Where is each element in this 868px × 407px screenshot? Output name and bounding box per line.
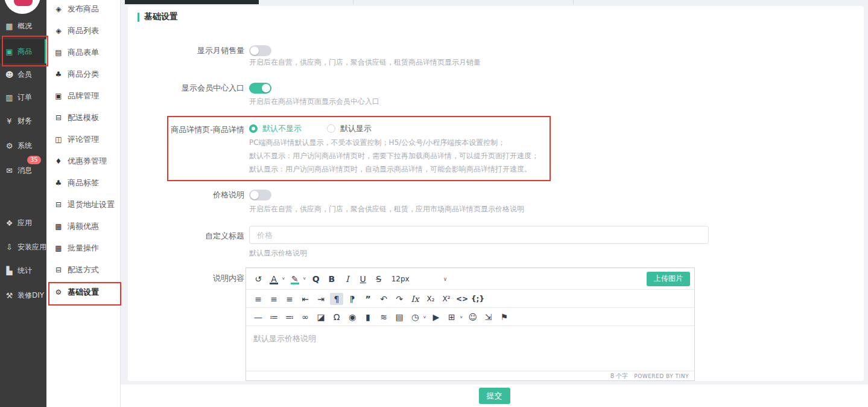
editor-body[interactable]: 默认显示价格说明 bbox=[246, 326, 694, 371]
sidebar-item-orders[interactable]: ▥ 订单 bbox=[0, 85, 46, 109]
top-tab-segment bbox=[125, 0, 259, 4]
flag-icon[interactable]: ⚑ bbox=[498, 311, 511, 323]
submenu-item-goods-category[interactable]: ♣ 商品分类 bbox=[46, 63, 120, 85]
radio-default-show-label[interactable]: 默认显示 bbox=[340, 123, 372, 134]
submenu-item-comment-management[interactable]: ◫ 评论管理 bbox=[46, 129, 120, 150]
code-sample-icon[interactable]: {;} bbox=[471, 293, 484, 305]
radio-default-hide[interactable] bbox=[249, 124, 258, 133]
monthly-sales-help: 开启后在自营，供应商，门店，聚合供应链，租赁商品详情页显示月销量 bbox=[249, 57, 481, 67]
radio-default-hide-label[interactable]: 默认不显示 bbox=[262, 123, 302, 134]
system-gear-icon: ⚙ bbox=[5, 141, 14, 150]
price-desc-toggle[interactable] bbox=[249, 190, 271, 200]
editor-toolbar-row1: ↺ A ∨ ✎ ∨ Q B I U S 12px ∨ 上传图片 bbox=[246, 268, 694, 290]
align-right-icon[interactable]: ≡ bbox=[283, 293, 296, 305]
sidebar-item-system[interactable]: ⚙ 系统 bbox=[0, 133, 46, 158]
sidebar-item-install-apps[interactable]: ⇩ 安装应用 bbox=[0, 235, 46, 259]
ltr-paragraph-icon[interactable]: ¶ bbox=[330, 293, 343, 305]
anchor-bookmark-icon[interactable]: ▮ bbox=[361, 311, 375, 323]
submenu-item-full-discount[interactable]: ▩ 满额优惠 bbox=[46, 216, 120, 237]
page-break-icon[interactable]: ≋ bbox=[377, 311, 390, 323]
upload-image-button[interactable]: 上传图片 bbox=[647, 272, 690, 286]
fullscreen-icon[interactable]: ⇲ bbox=[482, 311, 495, 323]
submenu-item-coupon-management[interactable]: ♦ 优惠券管理 bbox=[46, 150, 120, 172]
clear-format-icon[interactable]: Ix bbox=[408, 293, 422, 305]
tab-separator bbox=[353, 0, 353, 4]
member-center-label: 显示会员中心入口 bbox=[124, 83, 244, 94]
custom-title-input[interactable] bbox=[249, 226, 709, 244]
italic-icon[interactable]: I bbox=[341, 273, 354, 285]
chevron-down-icon[interactable]: ∨ bbox=[303, 277, 306, 281]
goods-detail-help-line3: 默认显示：用户访问商品详情页时，自动显示商品详情，可能会影响商品详情打开速度。 bbox=[249, 164, 531, 174]
app-root: ▦ 概况 ▣ 商品 ☻ 会员 ▥ 订单 ¥ 财务 ⚙ 系统 ✉ 消息 35 ❖ bbox=[0, 0, 868, 407]
radio-default-show[interactable] bbox=[327, 124, 335, 133]
emoticon-icon[interactable]: ☺ bbox=[466, 311, 480, 323]
sidebar-item-members[interactable]: ☻ 会员 bbox=[0, 62, 46, 86]
print-icon[interactable]: ▤ bbox=[393, 311, 406, 323]
font-size-select[interactable]: 12px bbox=[391, 275, 410, 283]
numbered-list-icon[interactable]: ≕ bbox=[283, 311, 296, 323]
submenu-item-delivery-method[interactable]: ⊟ 配送方式 bbox=[46, 259, 120, 281]
sidebar-item-label: 系统 bbox=[17, 141, 32, 151]
special-char-icon[interactable]: Ω bbox=[330, 311, 343, 323]
sidebar-item-decorate-diy[interactable]: ⚒ 装修DIY bbox=[0, 283, 46, 307]
media-play-icon[interactable]: ▶ bbox=[429, 311, 443, 323]
strikethrough-icon[interactable]: S bbox=[372, 273, 385, 285]
redo-icon[interactable]: ↷ bbox=[393, 293, 406, 305]
sidebar-item-statistics[interactable]: ▙ 统计 bbox=[0, 258, 46, 283]
submenu-item-label: 商品分类 bbox=[68, 69, 99, 80]
submenu-item-basic-settings[interactable]: ⚙ 基础设置 bbox=[46, 281, 120, 303]
submenu-item-goods-tags[interactable]: ♣ 商品标签 bbox=[46, 172, 120, 194]
search-icon[interactable]: Q bbox=[309, 273, 323, 285]
superscript-icon[interactable]: X² bbox=[440, 293, 453, 305]
text-color-icon[interactable]: A bbox=[267, 273, 280, 285]
bold-icon[interactable]: B bbox=[325, 273, 338, 285]
goods-list-icon: ◈ bbox=[54, 27, 63, 35]
chevron-down-icon[interactable]: ∨ bbox=[460, 315, 463, 319]
submit-button[interactable]: 提交 bbox=[479, 388, 510, 404]
sidebar-item-goods[interactable]: ▣ 商品 bbox=[0, 39, 46, 63]
apps-icon: ❖ bbox=[5, 219, 14, 228]
submenu-item-return-address[interactable]: ⊟ 退货地址设置 bbox=[46, 194, 120, 216]
submenu-item-goods-form[interactable]: ▤ 商品表单 bbox=[46, 42, 120, 63]
preview-eye-icon[interactable]: ◉ bbox=[346, 311, 359, 323]
submenu-item-brand-management[interactable]: ▣ 品牌管理 bbox=[46, 85, 120, 107]
member-center-toggle[interactable] bbox=[249, 83, 271, 94]
comment-management-icon: ◫ bbox=[54, 135, 63, 144]
sidebar-item-overview[interactable]: ▦ 概况 bbox=[0, 14, 46, 38]
align-center-icon[interactable]: ≡ bbox=[267, 293, 280, 305]
submenu-item-batch-operation[interactable]: ▩ 批量操作 bbox=[46, 237, 120, 259]
align-left-icon[interactable]: ≡ bbox=[252, 293, 265, 305]
link-icon[interactable]: ∞ bbox=[299, 311, 312, 323]
goods-tags-icon: ♣ bbox=[54, 179, 63, 187]
indent-icon[interactable]: ⇥ bbox=[314, 293, 328, 305]
submenu-item-publish-goods[interactable]: ◈ 发布商品 bbox=[46, 0, 120, 20]
sidebar-item-apps[interactable]: ❖ 应用 bbox=[0, 211, 46, 235]
blockquote-icon[interactable]: ” bbox=[361, 293, 375, 305]
subscript-icon[interactable]: X₂ bbox=[424, 293, 437, 305]
outdent-icon[interactable]: ⇤ bbox=[299, 293, 312, 305]
goods-detail-radio-group: 默认不显示 默认显示 bbox=[249, 123, 372, 134]
rtl-paragraph-icon[interactable]: ¶ bbox=[346, 293, 359, 305]
horizontal-rule-icon[interactable]: — bbox=[252, 311, 265, 323]
monthly-sales-toggle[interactable] bbox=[249, 45, 271, 56]
sidebar-item-finance[interactable]: ¥ 财务 bbox=[0, 109, 46, 133]
highlight-color-icon[interactable]: ✎ bbox=[288, 273, 302, 285]
undo-icon[interactable]: ↶ bbox=[377, 293, 390, 305]
table-icon[interactable]: ⊞ bbox=[445, 311, 458, 323]
chevron-down-icon[interactable]: ∨ bbox=[443, 276, 448, 282]
submenu-item-goods-list[interactable]: ◈ 商品列表 bbox=[46, 20, 120, 42]
custom-title-label: 自定义标题 bbox=[124, 231, 244, 242]
undo-history-icon[interactable]: ↺ bbox=[252, 273, 265, 285]
sidebar-item-label: 概况 bbox=[17, 21, 32, 31]
decorate-hammer-icon: ⚒ bbox=[5, 291, 14, 300]
bullet-list-icon[interactable]: ≔ bbox=[267, 311, 280, 323]
chevron-down-icon[interactable]: ∨ bbox=[282, 277, 285, 281]
underline-icon[interactable]: U bbox=[356, 273, 370, 285]
sidebar-item-label: 商品 bbox=[17, 46, 32, 57]
image-icon[interactable]: ◪ bbox=[314, 311, 328, 323]
datetime-clock-icon[interactable]: ◷ bbox=[408, 311, 422, 323]
finance-yen-icon: ¥ bbox=[5, 117, 14, 126]
chevron-down-icon[interactable]: ∨ bbox=[423, 315, 426, 319]
submenu-item-delivery-template[interactable]: ⊟ 配送模板 bbox=[46, 107, 120, 129]
code-icon[interactable]: <> bbox=[455, 293, 469, 305]
